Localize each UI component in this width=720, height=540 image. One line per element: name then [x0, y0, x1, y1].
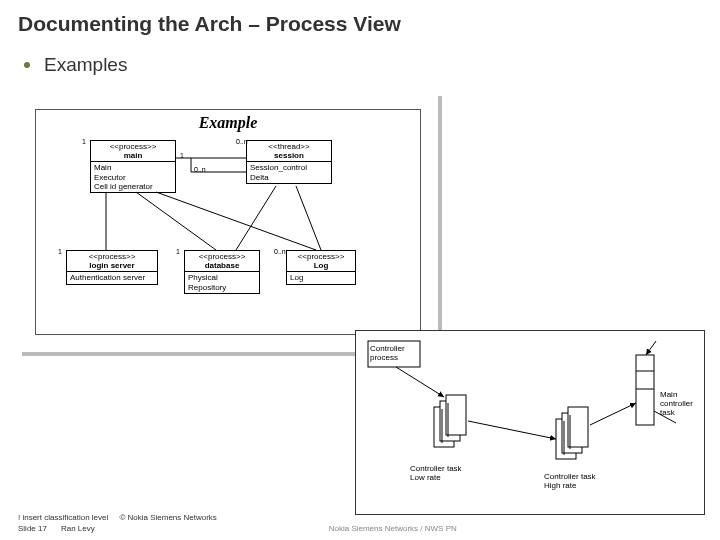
svg-rect-16 — [568, 407, 588, 447]
brand: Nokia Siemens Networks / NWS PN — [329, 523, 457, 534]
low-label: Controller taskLow rate — [410, 464, 463, 482]
bullet-icon — [24, 62, 30, 68]
page-title: Documenting the Arch – Process View — [18, 12, 702, 36]
author: Ran Levy — [61, 523, 95, 534]
svg-line-24 — [590, 403, 636, 425]
svg-line-6 — [236, 186, 276, 250]
connectors — [36, 110, 424, 336]
bullet-row: Examples — [24, 54, 702, 76]
bullet-text: Examples — [44, 54, 127, 76]
copyright: © Nokia Siemens Networks — [119, 513, 216, 522]
classification: ! insert classification level — [18, 513, 108, 522]
footer: ! insert classification level © Nokia Si… — [18, 512, 457, 534]
svg-rect-19 — [636, 355, 654, 425]
svg-line-22 — [396, 367, 444, 397]
svg-line-7 — [296, 186, 321, 250]
controller-diagram: Controllerprocess Controller taskLow rat… — [355, 330, 705, 515]
uml-example-frame: Example <<process>> main Main Executor C… — [18, 92, 438, 352]
svg-line-4 — [136, 192, 216, 250]
controller-svg: Controllerprocess Controller taskLow rat… — [356, 331, 706, 516]
stack-high — [556, 407, 588, 459]
svg-rect-11 — [446, 395, 466, 435]
stack-low — [434, 395, 466, 447]
svg-line-25 — [646, 341, 656, 355]
svg-line-23 — [468, 421, 556, 439]
svg-line-5 — [156, 192, 316, 250]
high-label: Controller taskHigh rate — [544, 472, 597, 490]
uml-example-inner: Example <<process>> main Main Executor C… — [35, 109, 421, 335]
slide: Documenting the Arch – Process View Exam… — [0, 0, 720, 540]
mct-label: Maincontrollertask — [660, 390, 693, 417]
slide-number: Slide 17 — [18, 523, 47, 534]
